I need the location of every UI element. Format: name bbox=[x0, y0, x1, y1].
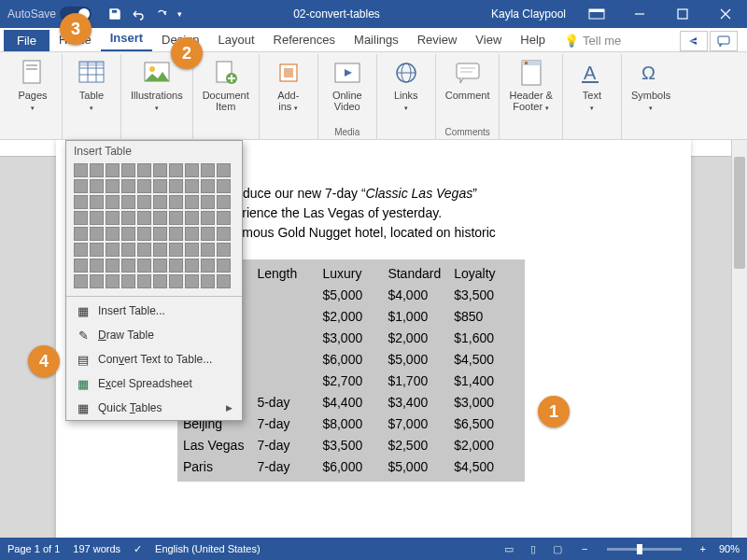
links-button[interactable]: Links▾ bbox=[383, 56, 430, 114]
save-icon[interactable] bbox=[108, 7, 121, 21]
tab-view[interactable]: View bbox=[466, 29, 511, 51]
table-grid-cell[interactable] bbox=[74, 274, 88, 288]
table-grid-cell[interactable] bbox=[201, 243, 215, 257]
print-layout-icon[interactable]: ▯ bbox=[522, 540, 544, 557]
table-grid-cell[interactable] bbox=[137, 195, 151, 209]
document-item-button[interactable]: Document Item bbox=[199, 56, 253, 114]
table-grid-cell[interactable] bbox=[169, 227, 183, 241]
table-grid-cell[interactable] bbox=[74, 179, 88, 193]
user-name[interactable]: Kayla Claypool bbox=[482, 7, 575, 21]
table-grid-cell[interactable] bbox=[90, 243, 104, 257]
table-grid-cell[interactable] bbox=[185, 243, 199, 257]
table-grid-cell[interactable] bbox=[201, 195, 215, 209]
table-grid-cell[interactable] bbox=[185, 211, 199, 225]
zoom-in-button[interactable]: + bbox=[700, 543, 706, 554]
table-grid-cell[interactable] bbox=[137, 179, 151, 193]
table-grid-cell[interactable] bbox=[153, 243, 167, 257]
draw-table-menuitem[interactable]: ✎ Draw Table bbox=[66, 323, 242, 347]
table-grid-cell[interactable] bbox=[90, 163, 104, 177]
zoom-level[interactable]: 90% bbox=[719, 543, 740, 554]
minimize-button[interactable] bbox=[618, 0, 661, 28]
table-grid-cell[interactable] bbox=[153, 274, 167, 288]
web-layout-icon[interactable]: ▢ bbox=[546, 540, 569, 557]
table-grid-cell[interactable] bbox=[185, 259, 199, 273]
table-grid-cell[interactable] bbox=[153, 179, 167, 193]
online-video-button[interactable]: Online Video bbox=[324, 56, 371, 114]
table-grid-cell[interactable] bbox=[106, 243, 120, 257]
insert-table-menuitem[interactable]: ▦ Insert Table... bbox=[66, 299, 242, 323]
table-grid-cell[interactable] bbox=[90, 274, 104, 288]
tab-file[interactable]: File bbox=[4, 30, 49, 51]
table-grid-cell[interactable] bbox=[74, 163, 88, 177]
table-grid-cell[interactable] bbox=[106, 259, 120, 273]
table-grid-cell[interactable] bbox=[137, 211, 151, 225]
table-grid-cell[interactable] bbox=[153, 211, 167, 225]
table-grid-cell[interactable] bbox=[217, 179, 231, 193]
table-grid-cell[interactable] bbox=[217, 195, 231, 209]
table-grid-cell[interactable] bbox=[153, 195, 167, 209]
table-grid-cell[interactable] bbox=[106, 227, 120, 241]
read-mode-icon[interactable]: ▭ bbox=[498, 540, 520, 557]
tab-review[interactable]: Review bbox=[408, 29, 467, 51]
table-grid-cell[interactable] bbox=[137, 274, 151, 288]
proofing-icon[interactable]: ✓ bbox=[134, 543, 142, 555]
table-grid-cell[interactable] bbox=[90, 227, 104, 241]
tab-references[interactable]: References bbox=[264, 29, 345, 51]
table-grid-cell[interactable] bbox=[137, 243, 151, 257]
comments-pane-button[interactable] bbox=[710, 31, 738, 51]
table-size-grid[interactable] bbox=[66, 163, 242, 294]
zoom-out-button[interactable]: − bbox=[582, 543, 587, 554]
table-grid-cell[interactable] bbox=[121, 211, 135, 225]
table-grid-cell[interactable] bbox=[106, 195, 120, 209]
table-grid-cell[interactable] bbox=[217, 243, 231, 257]
table-grid-cell[interactable] bbox=[185, 179, 199, 193]
table-grid-cell[interactable] bbox=[153, 163, 167, 177]
table-grid-cell[interactable] bbox=[121, 227, 135, 241]
table-grid-cell[interactable] bbox=[121, 195, 135, 209]
table-grid-cell[interactable] bbox=[90, 259, 104, 273]
table-grid-cell[interactable] bbox=[90, 211, 104, 225]
table-grid-cell[interactable] bbox=[201, 259, 215, 273]
maximize-button[interactable] bbox=[661, 0, 704, 28]
table-grid-cell[interactable] bbox=[169, 179, 183, 193]
convert-text-to-table-menuitem[interactable]: ▤ Convert Text to Table... bbox=[66, 347, 242, 371]
qat-more-icon[interactable]: ▾ bbox=[177, 9, 182, 19]
table-grid-cell[interactable] bbox=[185, 227, 199, 241]
table-grid-cell[interactable] bbox=[90, 179, 104, 193]
table-grid-cell[interactable] bbox=[201, 211, 215, 225]
table-grid-cell[interactable] bbox=[169, 243, 183, 257]
table-grid-cell[interactable] bbox=[121, 259, 135, 273]
table-grid-cell[interactable] bbox=[185, 163, 199, 177]
word-count[interactable]: 197 words bbox=[73, 543, 120, 554]
excel-spreadsheet-menuitem[interactable]: ▦ Excel Spreadsheet bbox=[66, 371, 242, 396]
table-grid-cell[interactable] bbox=[74, 259, 88, 273]
table-button[interactable]: Table▾ bbox=[68, 56, 115, 114]
comment-button[interactable]: Comment bbox=[442, 56, 494, 103]
table-grid-cell[interactable] bbox=[74, 227, 88, 241]
page-indicator[interactable]: Page 1 of 1 bbox=[7, 543, 60, 554]
text-button[interactable]: A Text▾ bbox=[569, 56, 615, 114]
table-grid-cell[interactable] bbox=[169, 195, 183, 209]
table-grid-cell[interactable] bbox=[106, 211, 120, 225]
tab-mailings[interactable]: Mailings bbox=[345, 29, 408, 51]
table-grid-cell[interactable] bbox=[137, 227, 151, 241]
tab-layout[interactable]: Layout bbox=[209, 29, 264, 51]
tab-help[interactable]: Help bbox=[511, 29, 555, 51]
table-grid-cell[interactable] bbox=[121, 179, 135, 193]
table-grid-cell[interactable] bbox=[217, 163, 231, 177]
table-grid-cell[interactable] bbox=[153, 227, 167, 241]
table-grid-cell[interactable] bbox=[121, 243, 135, 257]
redo-icon[interactable] bbox=[155, 7, 168, 21]
table-grid-cell[interactable] bbox=[217, 259, 231, 273]
symbols-button[interactable]: Ω Symbols▾ bbox=[627, 56, 674, 114]
table-grid-cell[interactable] bbox=[137, 259, 151, 273]
close-button[interactable] bbox=[704, 0, 747, 28]
share-button[interactable] bbox=[680, 31, 708, 51]
table-grid-cell[interactable] bbox=[153, 259, 167, 273]
table-grid-cell[interactable] bbox=[169, 163, 183, 177]
table-grid-cell[interactable] bbox=[74, 195, 88, 209]
table-grid-cell[interactable] bbox=[169, 211, 183, 225]
table-grid-cell[interactable] bbox=[185, 274, 199, 288]
table-grid-cell[interactable] bbox=[121, 163, 135, 177]
table-grid-cell[interactable] bbox=[90, 195, 104, 209]
